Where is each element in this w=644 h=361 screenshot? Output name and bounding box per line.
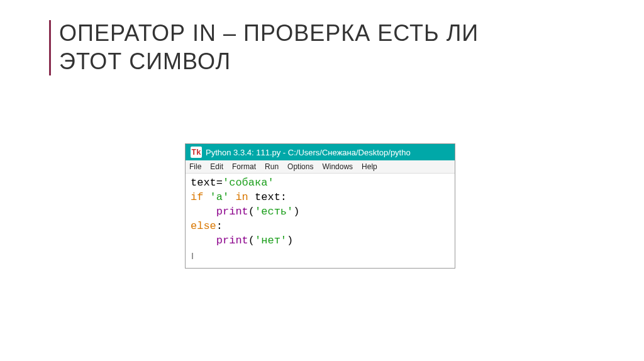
code-editor-area[interactable]: text='собака' if 'а' in text: print('ест… (186, 174, 455, 268)
slide-title: ОПЕРАТОР IN – ПРОВЕРКА ЕСТЬ ЛИ ЭТОТ СИМВ… (59, 19, 479, 75)
title-accent-bar (49, 20, 51, 75)
code-token: text (191, 177, 216, 189)
code-token: if (191, 191, 203, 203)
code-token: ( (248, 235, 255, 247)
menu-options[interactable]: Options (287, 162, 313, 171)
code-token: 'нет' (255, 235, 287, 247)
code-token: 'а' (210, 191, 230, 203)
code-indent (191, 235, 216, 247)
code-token: ) (287, 235, 293, 247)
code-token: text (255, 191, 280, 203)
code-token: print (216, 206, 248, 218)
python-idle-window: Tk Python 3.3.4: 111.py - C:/Users/Снежа… (185, 143, 455, 269)
tk-app-icon: Tk (191, 147, 202, 158)
code-token: 'есть' (255, 206, 293, 218)
title-line-1: ОПЕРАТОР IN – ПРОВЕРКА ЕСТЬ ЛИ (59, 20, 479, 46)
menu-run[interactable]: Run (265, 162, 279, 171)
menu-file[interactable]: File (189, 162, 201, 171)
menu-bar: File Edit Format Run Options Windows Hel… (186, 160, 455, 174)
menu-edit[interactable]: Edit (210, 162, 223, 171)
code-token: 'собака' (223, 177, 274, 189)
code-token: in (235, 191, 248, 203)
code-token: : (280, 191, 287, 203)
code-token: else (191, 220, 216, 232)
code-token: : (216, 220, 223, 232)
code-token: print (216, 235, 248, 247)
code-token: = (216, 177, 223, 189)
window-title-text: Python 3.3.4: 111.py - C:/Users/Снежана/… (206, 148, 411, 157)
code-indent (191, 206, 216, 218)
menu-format[interactable]: Format (232, 162, 256, 171)
title-line-2: ЭТОТ СИМВОЛ (59, 48, 231, 74)
code-token: ) (293, 206, 299, 218)
window-title-bar: Tk Python 3.3.4: 111.py - C:/Users/Снежа… (186, 144, 455, 160)
text-cursor: | (191, 253, 194, 260)
menu-windows[interactable]: Windows (322, 162, 353, 171)
code-token: ( (248, 206, 255, 218)
menu-help[interactable]: Help (362, 162, 377, 171)
